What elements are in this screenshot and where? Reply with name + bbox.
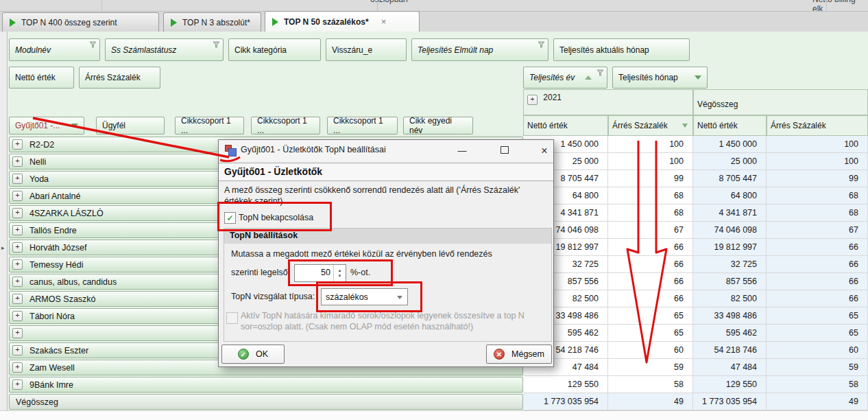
- data-cell: 25 000: [693, 153, 767, 170]
- column-header-label: Árrés Százalék: [612, 121, 668, 130]
- row-field-ugyfel[interactable]: Ügyfél: [96, 117, 165, 135]
- measure-field-arres-szazalek[interactable]: Árrés Százalék: [79, 67, 160, 89]
- field-label: Cikk egyedi név: [409, 116, 467, 135]
- expand-icon[interactable]: +: [527, 95, 538, 105]
- row-label-text: ARMOS Szaszkó: [29, 294, 96, 304]
- filter-field-szamlastatusz[interactable]: Ss Számlastátusz: [105, 38, 224, 61]
- field-label: Ügyfél: [102, 121, 125, 130]
- dialog-title: Gyűjtő01 - Üzletkötők TopN beállításai: [241, 145, 386, 154]
- topn-settings-group: TopN beállítások Mutassa a megadott mező…: [224, 228, 552, 342]
- field-label: Árrés Százalék: [85, 73, 141, 82]
- cancel-button[interactable]: ✕ Mégsem: [486, 345, 552, 364]
- expand-icon[interactable]: +: [12, 345, 23, 355]
- data-cell: 1 450 000: [693, 136, 767, 153]
- field-label: Modulnév: [15, 45, 51, 55]
- column-header-label: Nettó érték: [697, 121, 738, 130]
- filter-field-teljesites-elmult-nap[interactable]: Teljesítés Elmúlt nap: [411, 38, 548, 61]
- row-field-cikkcsoport-2[interactable]: Cikkcsoport 1 ...: [251, 117, 320, 135]
- data-cell: 82 500: [693, 290, 767, 307]
- row-field-cikkcsoport-3[interactable]: Cikkcsoport 1 ...: [327, 117, 398, 135]
- expand-icon[interactable]: +: [12, 294, 23, 304]
- column-field-teljesites-honap[interactable]: Teljesítés hónap: [612, 67, 708, 89]
- expand-icon[interactable]: +: [12, 156, 23, 167]
- expand-icon[interactable]: +: [12, 225, 23, 235]
- data-cell: 47 484: [693, 359, 767, 376]
- column-header-netto-2[interactable]: Nettó érték: [693, 115, 767, 136]
- close-button[interactable]: ×: [535, 144, 553, 158]
- filter-field-cikk-kategoria[interactable]: Cikk kategória: [228, 38, 321, 61]
- row-label-text: Horváth József: [29, 243, 86, 253]
- expand-icon[interactable]: +: [12, 362, 23, 373]
- field-label: Visszáru_e: [332, 45, 372, 55]
- data-cell: 66: [767, 239, 868, 256]
- filter-funnel-icon: [89, 41, 97, 48]
- ok-label: OK: [256, 349, 268, 359]
- column-header-arres-2[interactable]: Árrés Százalék: [767, 115, 868, 136]
- sort-description-line1: A mező összeg szerinti csökkenő sorrendű…: [224, 185, 520, 195]
- filter-field-visszaru[interactable]: Visszáru_e: [326, 38, 407, 61]
- filter-field-teljesites-aktualis-honap[interactable]: Teljesítés aktuális hónap: [553, 38, 690, 61]
- data-cell: 595 462: [693, 325, 767, 342]
- column-field-teljesites-ev[interactable]: Teljesítés év: [523, 67, 607, 89]
- expand-icon[interactable]: +: [12, 328, 23, 338]
- expand-icon[interactable]: +: [12, 139, 23, 150]
- spinner-arrows[interactable]: ▲ ▼: [333, 265, 346, 281]
- expand-icon[interactable]: +: [12, 191, 23, 201]
- combobox-value: százalékos: [326, 292, 368, 302]
- data-cell: 59: [767, 359, 868, 376]
- row-field-cikkcsoport-1[interactable]: Cikkcsoport 1 ...: [175, 117, 244, 135]
- expand-icon[interactable]: +: [12, 174, 23, 184]
- close-tab-icon[interactable]: ×: [381, 16, 387, 27]
- data-cell: 74 046 098: [693, 222, 767, 239]
- grand-total-row: Végösszeg1 773 035 954491 773 035 95449: [9, 393, 868, 410]
- dialog-title-bar[interactable]: Gyűjtő01 - Üzletkötők TopN beállításai —…: [219, 140, 553, 161]
- spinner-value[interactable]: 50: [321, 268, 330, 277]
- column-header-arres-1[interactable]: Árrés Százalék: [608, 115, 693, 136]
- row-label-text: 4SZARKA LÁSZLÓ: [29, 209, 104, 218]
- field-label: Ss Számlastátusz: [111, 45, 176, 55]
- row-label-text: Szakács Eszter: [29, 346, 88, 355]
- topn-enable-label[interactable]: TopN bekapcsolása: [239, 213, 313, 222]
- spinner-down-icon[interactable]: ▼: [338, 273, 342, 279]
- filter-field-modulnev[interactable]: Modulnév: [9, 38, 100, 61]
- spinner-up-icon[interactable]: ▲: [338, 268, 342, 273]
- expand-icon[interactable]: +: [12, 277, 23, 287]
- topn-enable-checkbox[interactable]: ✓: [224, 212, 236, 224]
- maximize-button[interactable]: [496, 144, 514, 158]
- row-field-cikk-egyedi-nev[interactable]: Cikk egyedi név: [403, 117, 473, 135]
- row-field-gyujto01[interactable]: Gyűjtő01 -...: [9, 117, 84, 135]
- expand-icon[interactable]: +: [12, 208, 23, 218]
- topn-type-combobox[interactable]: százalékos: [321, 288, 408, 305]
- row-label-text: Abari Antalné: [29, 191, 80, 201]
- clipped-toolbar-strip: oszlopban Nettó billing elk: [0, 0, 868, 12]
- data-cell: 66: [767, 256, 868, 273]
- expand-icon[interactable]: +: [12, 311, 23, 321]
- tab-topn3[interactable]: TOP N 3 abszolút*: [163, 12, 261, 32]
- data-cell: 65: [608, 325, 693, 342]
- tab-topn400[interactable]: TOP N 400 összeg szerint: [2, 12, 159, 32]
- expand-icon[interactable]: +: [12, 242, 23, 253]
- measure-field-netto-ertek[interactable]: Nettó érték: [9, 67, 74, 89]
- bottom-strip: [0, 410, 868, 420]
- expand-icon[interactable]: +: [12, 259, 23, 270]
- filter-funnel-icon: [213, 41, 220, 48]
- data-cell: 99: [767, 170, 868, 187]
- data-cell: 19 812 997: [693, 239, 767, 256]
- column-header-netto-1[interactable]: Nettó érték: [523, 115, 608, 136]
- ok-button[interactable]: ✓ OK: [221, 345, 285, 364]
- row-label-text: Tábori Nóra: [29, 312, 75, 321]
- aggregate-excluded-checkbox[interactable]: [226, 312, 238, 324]
- column-group-total[interactable]: Végösszeg: [693, 89, 868, 115]
- divider: [101, 0, 102, 12]
- divider: [826, 0, 827, 12]
- minimize-button[interactable]: —: [453, 144, 471, 158]
- data-cell: 68: [608, 205, 693, 222]
- topn-value-spinner[interactable]: 50 ▲ ▼: [294, 264, 346, 282]
- data-cell: 66: [608, 273, 693, 290]
- column-group-2021[interactable]: + 2021: [523, 89, 693, 115]
- row-label[interactable]: Végösszeg: [9, 394, 523, 410]
- expand-icon[interactable]: +: [12, 380, 23, 390]
- tab-topn50-active[interactable]: TOP N 50 százalékos* ×: [265, 11, 420, 32]
- row-label[interactable]: +9Bánk Imre: [9, 377, 523, 393]
- cancel-label: Mégsem: [511, 349, 544, 359]
